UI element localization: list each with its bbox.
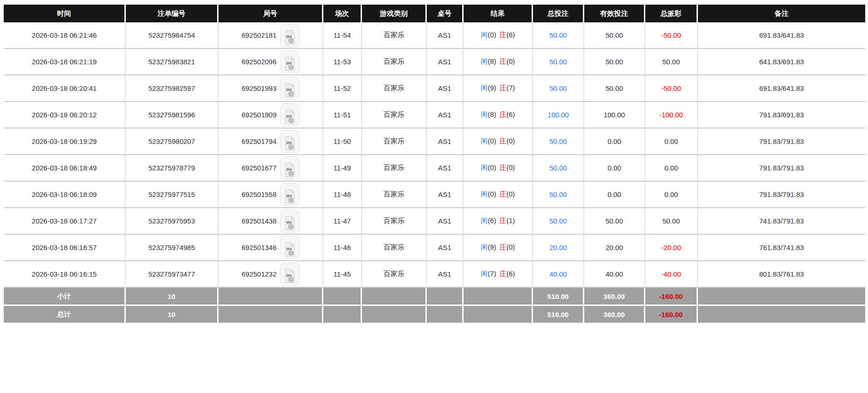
cell-session: 11-54 bbox=[323, 22, 362, 49]
video-file-icon[interactable] bbox=[280, 130, 300, 153]
cell-table-no: AS1 bbox=[427, 129, 464, 155]
cell-round-no: 692501993 bbox=[219, 75, 323, 102]
video-file-icon[interactable] bbox=[280, 236, 300, 259]
col-header-payout: 总派彩 bbox=[645, 5, 698, 22]
video-file-icon[interactable] bbox=[280, 210, 300, 233]
cell-bet-no: 523275982597 bbox=[126, 75, 219, 102]
cell-session: 11-47 bbox=[323, 208, 362, 235]
cell-bet-no: 523275984754 bbox=[126, 22, 219, 49]
cell-round-no: 692501909 bbox=[219, 102, 323, 129]
total-count: 10 bbox=[126, 306, 219, 324]
cell-game-type: 百家乐 bbox=[362, 235, 427, 261]
cell-game-type: 百家乐 bbox=[362, 102, 427, 129]
bet-records-table: 时间 注单编号 局号 场次 游戏类别 桌号 结果 总投注 有效投注 总派彩 备注… bbox=[4, 5, 865, 324]
cell-remark: 761.83/741.83 bbox=[698, 235, 865, 261]
cell-table-no: AS1 bbox=[427, 182, 464, 208]
cell-total-bet: 50.00 bbox=[533, 155, 584, 182]
cell-valid-bet: 50.00 bbox=[584, 49, 645, 75]
cell-payout: -100.00 bbox=[645, 102, 698, 129]
cell-remark: 791.83/691.83 bbox=[698, 102, 865, 129]
video-file-icon[interactable] bbox=[280, 156, 300, 180]
cell-remark: 791.83/791.83 bbox=[698, 129, 865, 155]
cell-payout: -20.00 bbox=[645, 235, 698, 261]
total-empty-cell bbox=[464, 306, 533, 324]
round-no-text: 692501993 bbox=[241, 84, 276, 92]
cell-payout: -40.00 bbox=[645, 261, 698, 288]
table-row: 2026-03-18 06:21:19 523275983821 6925020… bbox=[4, 49, 865, 75]
player-result-label: 闲 bbox=[481, 84, 488, 92]
cell-table-no: AS1 bbox=[427, 155, 464, 182]
col-header-total-bet: 总投注 bbox=[533, 5, 584, 22]
cell-total-bet: 50.00 bbox=[533, 75, 584, 102]
cell-payout: 0.00 bbox=[645, 182, 698, 208]
banker-result-value: (0) bbox=[506, 163, 515, 171]
cell-time: 2026-03-18 06:19:29 bbox=[4, 129, 126, 155]
player-result-label: 闲 bbox=[481, 190, 488, 198]
cell-remark: 791.83/791.83 bbox=[698, 182, 865, 208]
col-header-bet-no: 注单编号 bbox=[126, 5, 219, 22]
video-file-icon[interactable] bbox=[280, 183, 300, 206]
banker-result-value: (6) bbox=[506, 270, 515, 278]
banker-result-label: 庄 bbox=[499, 137, 506, 145]
cell-result: 闲(7)庄(6) bbox=[464, 261, 533, 288]
video-file-icon[interactable] bbox=[280, 263, 300, 286]
banker-result-label: 庄 bbox=[499, 84, 506, 92]
cell-time: 2026-03-18 06:16:15 bbox=[4, 261, 126, 288]
cell-result: 闲(6)庄(1) bbox=[464, 208, 533, 235]
cell-round-no: 692501438 bbox=[219, 208, 323, 235]
round-no-text: 692502096 bbox=[241, 58, 276, 66]
cell-game-type: 百家乐 bbox=[362, 261, 427, 288]
cell-time: 2026-03-18 06:20:12 bbox=[4, 102, 126, 129]
cell-total-bet: 50.00 bbox=[533, 49, 584, 75]
table-row: 2026-03-18 06:20:41 523275982597 6925019… bbox=[4, 75, 865, 102]
subtotal-empty-cell bbox=[698, 288, 865, 306]
cell-result: 闲(0)庄(0) bbox=[464, 182, 533, 208]
table-row: 2026-03-18 06:17:27 523275975953 6925014… bbox=[4, 208, 865, 235]
cell-valid-bet: 0.00 bbox=[584, 182, 645, 208]
cell-bet-no: 523275973477 bbox=[126, 261, 219, 288]
cell-bet-no: 523275975953 bbox=[126, 208, 219, 235]
cell-session: 11-49 bbox=[323, 155, 362, 182]
player-result-label: 闲 bbox=[481, 137, 488, 145]
subtotal-row: 小计 10 510.00 360.00 -160.00 bbox=[4, 288, 865, 306]
cell-table-no: AS1 bbox=[427, 235, 464, 261]
cell-round-no: 692501794 bbox=[219, 129, 323, 155]
table-row: 2026-03-18 06:18:09 523275977515 6925015… bbox=[4, 182, 865, 208]
cell-time: 2026-03-18 06:21:19 bbox=[4, 49, 126, 75]
cell-session: 11-48 bbox=[323, 182, 362, 208]
round-no-text: 692501232 bbox=[241, 270, 276, 278]
video-file-icon[interactable] bbox=[280, 103, 300, 127]
table-row: 2026-03-18 06:19:29 523275980207 6925017… bbox=[4, 129, 865, 155]
banker-result-label: 庄 bbox=[499, 243, 506, 251]
player-result-label: 闲 bbox=[481, 270, 488, 278]
video-file-icon[interactable] bbox=[280, 24, 300, 47]
cell-remark: 801.83/761.83 bbox=[698, 261, 865, 288]
cell-round-no: 692502096 bbox=[219, 49, 323, 75]
video-file-icon[interactable] bbox=[280, 77, 300, 100]
video-file-icon[interactable] bbox=[280, 50, 300, 74]
table-row: 2026-03-18 06:20:12 523275981596 6925019… bbox=[4, 102, 865, 129]
player-result-value: (0) bbox=[488, 190, 496, 198]
total-empty-cell bbox=[323, 306, 362, 324]
cell-table-no: AS1 bbox=[427, 22, 464, 49]
banker-result-value: (0) bbox=[506, 137, 515, 145]
cell-valid-bet: 40.00 bbox=[584, 261, 645, 288]
player-result-value: (0) bbox=[488, 137, 496, 145]
banker-result-label: 庄 bbox=[499, 163, 506, 171]
cell-round-no: 692501346 bbox=[219, 235, 323, 261]
cell-payout: -50.00 bbox=[645, 22, 698, 49]
total-empty-cell bbox=[362, 306, 427, 324]
col-header-table-no: 桌号 bbox=[427, 5, 464, 22]
cell-bet-no: 523275978779 bbox=[126, 155, 219, 182]
cell-session: 11-52 bbox=[323, 75, 362, 102]
cell-valid-bet: 0.00 bbox=[584, 155, 645, 182]
cell-time: 2026-03-18 06:21:46 bbox=[4, 22, 126, 49]
banker-result-label: 庄 bbox=[499, 190, 506, 198]
cell-payout: 0.00 bbox=[645, 155, 698, 182]
cell-round-no: 692502181 bbox=[219, 22, 323, 49]
cell-time: 2026-03-18 06:17:27 bbox=[4, 208, 126, 235]
total-empty-cell bbox=[698, 306, 865, 324]
cell-total-bet: 50.00 bbox=[533, 208, 584, 235]
subtotal-count: 10 bbox=[126, 288, 219, 306]
cell-remark: 691.83/641.83 bbox=[698, 22, 865, 49]
